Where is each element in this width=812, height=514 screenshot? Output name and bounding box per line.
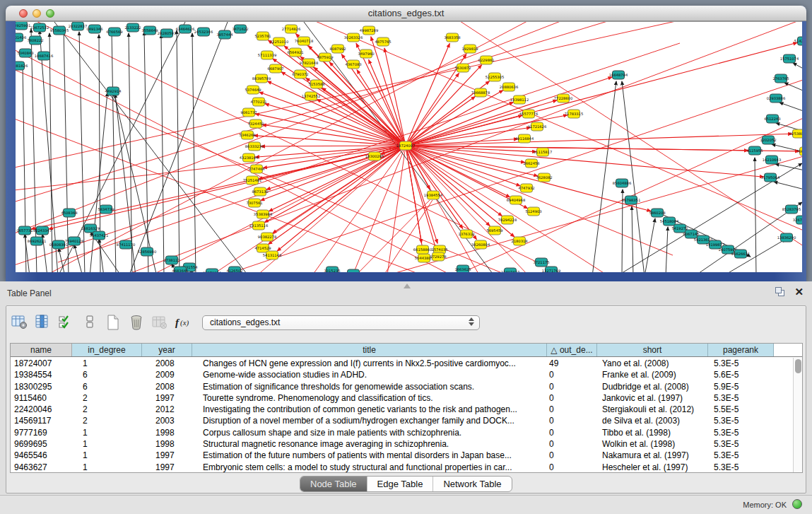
column-header-name[interactable]: name: [11, 344, 72, 356]
svg-text:3497960: 3497960: [358, 52, 374, 56]
tab-network-table[interactable]: Network Table: [433, 477, 511, 491]
svg-text:85604886: 85604886: [613, 181, 631, 185]
scrollbar-thumb[interactable]: [795, 359, 801, 373]
cell-short: Hescheler et al. (1997): [597, 462, 708, 472]
table-row[interactable]: 911546021997Tourette syndrome. Phenomeno…: [11, 392, 793, 404]
delete-icon[interactable]: [127, 314, 146, 331]
close-panel-icon[interactable]: ✕: [794, 287, 804, 296]
select-rows-icon[interactable]: [57, 314, 76, 331]
cell-title: Changes of HCN gene expression and I(f) …: [192, 358, 547, 369]
cell-year: 1997: [142, 392, 192, 404]
cell-name: 22420046: [11, 404, 72, 415]
window-titlebar[interactable]: citations_edges.txt: [6, 6, 806, 21]
cell-pagerank: 5.5E-5: [708, 404, 774, 415]
table-row[interactable]: 969969511998Structural magnetic resonanc…: [11, 438, 793, 450]
svg-text:20880636: 20880636: [500, 85, 518, 89]
table-scrollbar[interactable]: [793, 358, 802, 472]
cell-short: Nakamura et al. (1997): [597, 450, 708, 461]
svg-text:27714826: 27714826: [282, 27, 300, 31]
svg-text:18724007: 18724007: [396, 144, 415, 148]
cell-name: 18724007: [11, 358, 72, 369]
column-header-title[interactable]: title: [192, 344, 547, 356]
cell-title: Investigating the contribution of common…: [192, 404, 547, 415]
table-selector-dropdown[interactable]: citations_edges.txt: [202, 315, 480, 330]
column-edit-icon[interactable]: [34, 314, 52, 331]
table-row[interactable]: 2242004622012Investigating the contribut…: [11, 404, 793, 415]
memory-status-label: Memory: OK: [743, 501, 787, 509]
table-row[interactable]: 946362711997Embryonic stem cells: a mode…: [11, 462, 793, 472]
table-row[interactable]: 1830029562008Estimation of significance …: [11, 381, 793, 392]
column-header-pagerank[interactable]: pagerank: [708, 344, 774, 356]
cell-pagerank: 5.3E-5: [708, 462, 774, 472]
table-row[interactable]: 946554611997Estimation of the future num…: [11, 450, 793, 461]
column-header-short[interactable]: short: [597, 344, 708, 356]
cell-in_degree: 2: [72, 392, 142, 404]
column-header-in_degree[interactable]: in_degree: [72, 344, 142, 356]
svg-text:30263326: 30263326: [344, 35, 363, 40]
table-panel-title: Table Panel: [7, 288, 52, 298]
svg-text:(x): (x): [180, 318, 189, 327]
cell-year: 1997: [142, 450, 192, 461]
rows-icon[interactable]: [81, 314, 99, 331]
float-panel-icon[interactable]: [775, 287, 784, 296]
svg-text:10687416: 10687416: [35, 54, 53, 58]
svg-text:96626631: 96626631: [731, 252, 750, 256]
svg-text:16648794: 16648794: [609, 73, 628, 77]
cell-title: Tourette syndrome. Phenomenology and cla…: [192, 392, 547, 404]
table-panel-section: Table Panel ✕ f(x) citations_edges.txt n…: [0, 281, 812, 514]
svg-text:19384554: 19384554: [424, 193, 443, 197]
svg-text:66158860: 66158860: [413, 247, 432, 252]
svg-text:2662456: 2662456: [523, 161, 539, 165]
new-file-icon[interactable]: [104, 314, 122, 331]
svg-text:12251010: 12251010: [270, 40, 288, 44]
svg-text:4770211: 4770211: [250, 100, 266, 104]
svg-text:6687907: 6687907: [267, 66, 283, 71]
svg-text:8673130: 8673130: [252, 189, 268, 194]
svg-text:5419272: 5419272: [671, 226, 688, 230]
svg-text:5346266: 5346266: [239, 133, 255, 137]
table-row[interactable]: 1456911722003Disruption of a novel membe…: [11, 415, 793, 426]
svg-text:88395789: 88395789: [252, 76, 271, 81]
column-header-year[interactable]: year: [142, 344, 192, 356]
svg-text:2747464: 2747464: [248, 167, 265, 171]
table-row[interactable]: 977716911998Corpus callosum shape and si…: [11, 427, 793, 438]
svg-text:90382278: 90382278: [258, 235, 276, 239]
cell-year: 2012: [142, 404, 192, 415]
svg-text:9115955: 9115955: [746, 148, 763, 153]
svg-text:2180318: 2180318: [511, 239, 527, 243]
cell-out_de: 0: [547, 450, 597, 461]
svg-text:7808222: 7808222: [27, 38, 43, 42]
cell-in_degree: 1: [72, 462, 142, 472]
cell-title: Embryonic stem cells: a model to study s…: [192, 462, 547, 472]
svg-text:22407477: 22407477: [501, 270, 519, 272]
cell-in_degree: 2: [72, 415, 142, 426]
svg-text:16210643: 16210643: [763, 158, 781, 162]
svg-text:43238164: 43238164: [240, 156, 259, 160]
table-row[interactable]: 1938455462009Genome-wide association stu…: [11, 369, 793, 380]
svg-text:0491346: 0491346: [86, 27, 102, 31]
function-icon[interactable]: f(x): [174, 314, 192, 331]
table-settings-icon[interactable]: [11, 314, 29, 331]
svg-text:3857444: 3857444: [216, 33, 233, 37]
svg-text:01115817: 01115817: [534, 150, 552, 154]
svg-text:73668878: 73668878: [471, 90, 490, 95]
cell-short: Jankovic et al. (1997): [597, 392, 708, 404]
column-header-out_de[interactable]: △ out_de...: [547, 344, 597, 356]
cell-pagerank: 5.3E-5: [708, 415, 774, 426]
svg-text:75251461: 75251461: [243, 178, 261, 182]
cell-pagerank: 5.3E-5: [708, 427, 774, 438]
cell-name: 19384554: [11, 369, 72, 380]
svg-text:4875919: 4875919: [317, 55, 333, 59]
divider-grip-icon[interactable]: [404, 284, 411, 288]
svg-text:20322837: 20322837: [69, 24, 87, 28]
tab-node-table[interactable]: Node Table: [300, 477, 367, 491]
svg-text:54518064: 54518064: [660, 219, 679, 223]
memory-ok-icon[interactable]: [792, 499, 802, 509]
tab-edge-table[interactable]: Edge Table: [367, 477, 434, 491]
table-row[interactable]: 1872400712008Changes of HCN gene express…: [11, 358, 793, 369]
citation-network-graph[interactable]: 4492590123672532955803452032283704913466…: [16, 22, 802, 272]
svg-text:86798351: 86798351: [622, 198, 640, 202]
network-canvas[interactable]: 4492590123672532955803452032283704913466…: [16, 21, 802, 272]
import-table-icon[interactable]: [151, 314, 169, 331]
svg-text:15751074: 15751074: [780, 57, 799, 61]
